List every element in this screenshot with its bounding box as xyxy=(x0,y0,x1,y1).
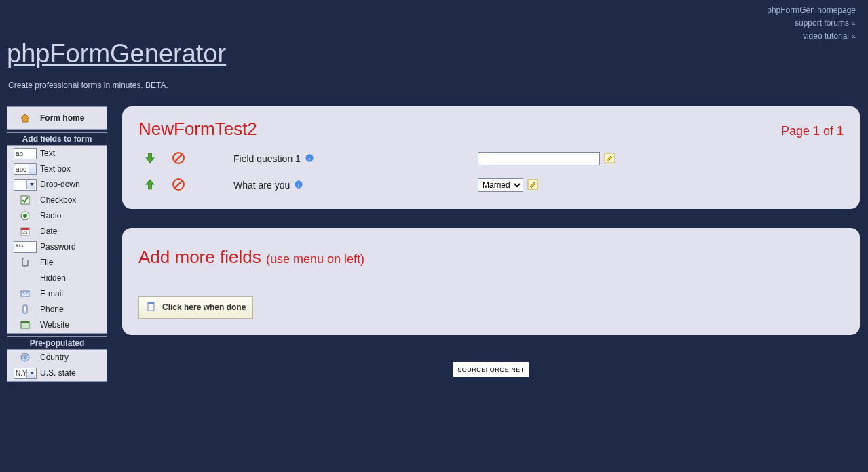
addmore-title: Add more fields xyxy=(138,247,261,267)
svg-rect-10 xyxy=(21,321,29,323)
svg-text:31: 31 xyxy=(22,230,28,235)
field-row: What are you i Married xyxy=(138,178,844,193)
panel-form-preview: NewFormTest2 Page 1 of 1 Field question … xyxy=(122,106,860,209)
sidebar-item-label: Radio xyxy=(40,211,104,220)
sidebar-item-label: Hidden xyxy=(40,273,104,283)
state-pill-icon: N.Y. xyxy=(10,368,40,379)
phone-icon xyxy=(10,304,40,315)
info-icon[interactable]: i xyxy=(294,180,303,191)
svg-line-13 xyxy=(174,154,182,161)
sidebar-item-hidden[interactable]: Hidden xyxy=(7,271,107,286)
sidebar-item-file[interactable]: File xyxy=(7,255,107,271)
sidebar-item-checkbox[interactable]: Checkbox xyxy=(7,193,107,208)
form-title: NewFormTest2 xyxy=(138,119,257,140)
field-question-label: Field question 1 xyxy=(233,153,301,164)
sidebar-item-label: E-mail xyxy=(40,289,104,298)
sidebar-item-label: Text box xyxy=(40,164,104,174)
edit-icon[interactable] xyxy=(527,179,538,192)
sidebar-item-label: Password xyxy=(40,242,104,252)
sidebar: Form home Add fields to form ab Text abc… xyxy=(7,106,107,385)
sourceforge-logo[interactable]: SOURCEFORGE.NET xyxy=(453,362,529,377)
sidebar-item-text[interactable]: ab Text xyxy=(7,146,107,161)
sidebar-section-add-fields: Add fields to form xyxy=(7,132,107,145)
sidebar-item-dropdown[interactable]: Drop-down xyxy=(7,177,107,193)
date-icon: 31 xyxy=(10,226,40,237)
sidebar-item-label: Drop-down xyxy=(40,180,104,189)
edit-icon[interactable] xyxy=(604,153,615,165)
text-pill-icon: ab xyxy=(10,148,40,159)
select-input[interactable]: Married xyxy=(478,178,523,192)
page-title: phpFormGenerator xyxy=(7,39,856,68)
svg-point-2 xyxy=(23,214,27,218)
delete-icon[interactable] xyxy=(172,178,185,193)
sidebar-item-label: Country xyxy=(40,353,104,362)
sidebar-item-email[interactable]: E-mail xyxy=(7,286,107,302)
top-nav: phpFormGen homepage support forums « vid… xyxy=(0,0,868,43)
sidebar-section-prepopulated: Pre-populated xyxy=(7,336,107,349)
email-icon xyxy=(10,288,40,299)
sidebar-item-label: Text xyxy=(40,149,104,158)
page-indicator: Page 1 of 1 xyxy=(781,124,844,138)
link-forums[interactable]: support forums « xyxy=(795,18,856,28)
sidebar-item-label: Checkbox xyxy=(40,195,104,205)
sidebar-item-country[interactable]: Country xyxy=(7,350,107,366)
addmore-subtitle: (use menu on left) xyxy=(266,252,364,266)
done-button[interactable]: Click here when done xyxy=(138,296,253,319)
svg-rect-23 xyxy=(148,302,154,304)
sidebar-item-label: U.S. state xyxy=(40,368,104,378)
sidebar-item-label: Phone xyxy=(40,304,104,314)
link-homepage[interactable]: phpFormGen homepage xyxy=(767,5,856,15)
link-tutorial[interactable]: video tutorial « xyxy=(803,31,856,41)
website-icon xyxy=(10,319,40,330)
field-question-label: What are you xyxy=(233,180,290,191)
main-area: NewFormTest2 Page 1 of 1 Field question … xyxy=(122,106,860,385)
sidebar-item-label: File xyxy=(40,258,104,267)
dropdown-pill-icon xyxy=(10,179,40,191)
tagline: Create professional forms in minutes. BE… xyxy=(8,81,856,90)
field-row: Field question 1 i xyxy=(138,152,844,166)
header: phpFormGenerator Create professional for… xyxy=(0,39,868,93)
sidebar-item-website[interactable]: Website xyxy=(7,317,107,333)
delete-icon[interactable] xyxy=(172,152,185,166)
file-icon xyxy=(10,257,40,268)
sidebar-item-password[interactable]: *** Password xyxy=(7,239,107,255)
textbox-pill-icon: abc xyxy=(10,163,40,175)
svg-rect-8 xyxy=(24,307,26,311)
sidebar-item-phone[interactable]: Phone xyxy=(7,302,107,317)
move-up-icon[interactable] xyxy=(144,178,156,193)
sidebar-item-label: Form home xyxy=(40,113,104,123)
radio-icon xyxy=(10,210,40,221)
checkbox-icon xyxy=(10,195,40,205)
sidebar-item-label: Date xyxy=(40,227,104,236)
sidebar-item-form-home[interactable]: Form home xyxy=(7,107,107,129)
sidebar-item-radio[interactable]: Radio xyxy=(7,208,107,224)
move-down-icon[interactable] xyxy=(144,152,156,166)
info-icon[interactable]: i xyxy=(305,153,314,165)
panel-add-more: Add more fields (use menu on left) Click… xyxy=(122,228,860,335)
password-pill-icon: *** xyxy=(10,241,40,253)
globe-icon xyxy=(10,352,40,363)
sidebar-item-date[interactable]: 31 Date xyxy=(7,224,107,239)
home-icon xyxy=(10,113,40,123)
sidebar-item-us-state[interactable]: N.Y. U.S. state xyxy=(7,366,107,381)
footer: SOURCEFORGE.NET xyxy=(122,362,860,377)
done-button-label: Click here when done xyxy=(162,302,246,312)
svg-line-18 xyxy=(174,180,182,188)
sidebar-item-label: Website xyxy=(40,320,104,330)
text-input[interactable] xyxy=(478,152,600,165)
document-icon xyxy=(146,301,157,314)
sidebar-item-textbox[interactable]: abc Text box xyxy=(7,161,107,177)
